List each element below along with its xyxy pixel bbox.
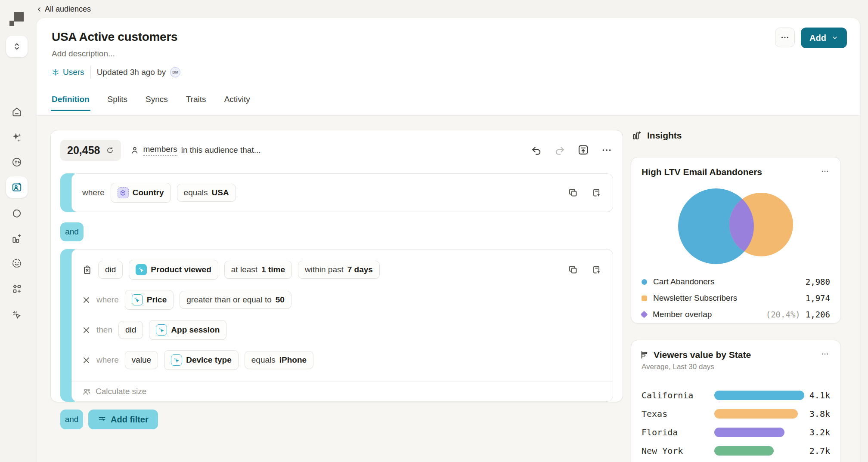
event-pill-app-session[interactable]: App session [149,320,226,340]
window-pill[interactable]: within past 7 days [298,261,380,279]
chart-plus-icon [11,233,22,244]
page-title: USA Active customers [52,30,177,44]
refresh-icon[interactable] [106,146,114,154]
members-link[interactable]: members [143,145,177,156]
bar-row[interactable]: New York 2.7k [642,441,830,460]
home-icon [11,106,22,117]
tab-definition[interactable]: Definition [52,95,90,111]
member-count: 20,458 [67,144,100,157]
sidebar-item-profiles[interactable] [11,207,22,219]
members-phrase: members in this audience that... [130,145,260,156]
insight-card-bars: Viewers value by State Average, Last 30 … [631,340,841,462]
event-pill-product-viewed[interactable]: Product viewed [129,260,218,280]
event-icon-box [136,264,147,275]
undo-icon[interactable] [531,145,542,156]
did-pill[interactable]: did [118,321,143,339]
avatar[interactable]: DM [170,67,180,77]
value-pill[interactable]: value [125,351,158,369]
tab-activity[interactable]: Activity [224,95,250,111]
bar-row[interactable]: California 4.1k [642,386,830,404]
sidebar-item-assistant[interactable] [11,132,22,143]
more-options-button[interactable] [775,28,795,47]
divider [90,66,91,79]
entity-label: Users [63,68,84,77]
tab-bar: Definition Splits Syncs Traits Activity [52,95,250,111]
remove-row-icon[interactable] [82,326,90,334]
bar-row[interactable]: Florida 3.2k [642,423,830,441]
event-cursor-icon [138,267,145,273]
unfold-icon [12,42,22,51]
add-filter-button[interactable]: Add filter [88,410,158,429]
save-template-icon[interactable] [577,144,589,156]
redo-icon[interactable] [554,145,565,156]
insights-title: Insights [647,130,682,141]
bar [714,409,797,419]
app-logo[interactable] [9,11,24,26]
event-icon-box [156,324,167,336]
breadcrumb-all-audiences[interactable]: All audiences [36,5,91,14]
value-filter-row: where value Device type equals iPhone [72,345,613,375]
tab-traits[interactable]: Traits [186,95,206,111]
bar [714,446,773,456]
legend-marker-square [642,296,647,301]
sidebar-item-actions[interactable] [11,309,22,320]
card-menu-icon[interactable] [818,164,832,178]
magic-cursor-icon [11,309,22,320]
entity-link-users[interactable]: Users [52,68,84,77]
legend-row[interactable]: Member overlap (20.4%)1,206 [642,306,830,323]
audience-card-icon [11,182,22,193]
sidebar-item-audiences-active[interactable] [6,176,28,198]
sidebar-item-journeys[interactable] [11,157,22,168]
property-pill-country[interactable]: Country [111,183,171,203]
and-connector-chip[interactable]: and [60,410,83,429]
apps-plus-icon [11,283,22,295]
member-count-pill[interactable]: 20,458 [60,140,121,161]
event-cursor-icon [174,357,180,363]
sidebar-item-identity[interactable] [11,258,22,269]
description-placeholder[interactable]: Add description... [52,49,115,59]
property-pill-price[interactable]: Price [125,290,174,310]
duplicate-to-new-icon[interactable] [591,188,601,198]
operator-pill-equals-usa[interactable]: equals USA [177,184,236,202]
card-menu-icon[interactable] [818,347,832,361]
sidebar-item-integrations[interactable] [11,283,22,295]
event-cursor-icon [158,327,165,333]
event-property-icon-box [132,294,143,305]
chevron-down-icon [831,34,838,41]
add-button[interactable]: Add [801,28,847,48]
person-icon [130,146,139,154]
event-property-icon-box [171,354,182,366]
where-label: where [82,188,105,197]
tab-syncs[interactable]: Syncs [146,95,168,111]
property-icon-box [118,187,129,198]
sidebar-item-home[interactable] [11,106,22,117]
breadcrumb-label: All audiences [45,5,91,14]
ellipsis-icon [780,33,790,42]
did-pill[interactable]: did [98,261,123,279]
copy-icon[interactable] [568,265,578,275]
remove-row-icon[interactable] [82,356,90,364]
people-icon [82,387,91,396]
frequency-pill[interactable]: at least 1 time [224,261,292,279]
and-connector-chip[interactable]: and [60,222,84,241]
legend-row[interactable]: Cart Abandoners 2,980 [642,274,830,290]
snowflake-icon [52,68,59,76]
legend-row[interactable]: Newsletter Subscribers 1,974 [642,290,830,306]
operator-pill-equals-iphone[interactable]: equals iPhone [245,351,313,369]
workspace-switcher-button[interactable] [6,36,28,57]
operator-pill-gte-50[interactable]: greater than or equal to 50 [180,291,291,309]
tab-splits[interactable]: Splits [108,95,127,111]
duplicate-to-new-icon[interactable] [591,265,601,275]
property-pill-device-type[interactable]: Device type [164,350,239,370]
calculate-size-button[interactable]: Calculate size [72,382,613,401]
copy-icon[interactable] [568,188,578,198]
journeys-icon [11,157,22,168]
trash-icon[interactable] [82,265,92,275]
panel-more-icon[interactable] [601,145,612,156]
bar-row[interactable]: Texas 3.8k [642,404,830,423]
sidebar-item-analytics[interactable] [11,233,22,244]
remove-row-icon[interactable] [82,296,90,304]
cube-icon [120,190,126,196]
definition-builder-panel: 20,458 members in this audience that... … [50,130,623,402]
filter-plus-icon [98,415,106,424]
